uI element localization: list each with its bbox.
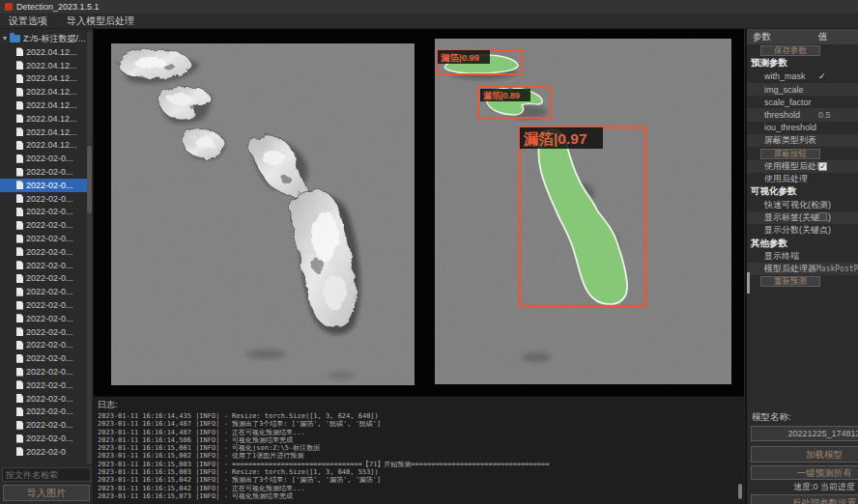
file-icon (16, 447, 23, 456)
param-row[interactable]: 显示终端 (747, 250, 858, 263)
param-row[interactable]: 屏蔽类型列表 (747, 134, 858, 147)
file-tree: ▾ Z:/5-标注数据/... 2022.04.12...2022.04.12.… (0, 32, 87, 464)
tree-item[interactable]: 2022-02-0... (0, 298, 87, 312)
load-model-button[interactable]: 加载模型 (751, 446, 858, 462)
file-icon (16, 341, 23, 350)
tree-item[interactable]: 2022-02-0... (0, 165, 87, 179)
tree-item-label: 2022-02-0... (26, 167, 73, 177)
tree-item[interactable]: 2022-02-0... (0, 192, 87, 206)
tree-item[interactable]: 2022.04.12... (0, 126, 87, 139)
param-row[interactable]: iou_threshold (747, 122, 858, 134)
param-label: scale_factor (747, 98, 818, 107)
tree-item[interactable]: 2022-02-0... (0, 365, 87, 378)
tree-item[interactable]: 2022-02-0... (0, 339, 87, 352)
tree-item-label: 2022-02-0... (26, 340, 73, 350)
param-row[interactable]: 模型后处理器MaskPostPro (747, 263, 858, 275)
tree-item[interactable]: 2022-02-0... (0, 152, 87, 165)
tree-item-label: 2022-02-0... (26, 314, 73, 323)
log-scrollbar-handle[interactable] (738, 484, 742, 499)
tree-item[interactable]: 2022-02-0... (0, 259, 87, 272)
tree-item-label: 2022.04.12... (26, 73, 77, 83)
param-row[interactable]: 使用后处理 (747, 173, 858, 185)
tree-item[interactable]: 2022-02-0... (0, 418, 87, 432)
param-label: 屏蔽类型列表 (747, 134, 818, 147)
original-image[interactable] (111, 43, 415, 385)
predict-all-button[interactable]: 一键预测所有 (751, 465, 858, 480)
chevron-down-icon[interactable]: ▾ (3, 35, 7, 42)
menu-item-import-postprocess[interactable]: 导入模型后处理 (67, 14, 134, 28)
tree-root-node[interactable]: ▾ Z:/5-标注数据/... (0, 32, 87, 45)
tree-item[interactable]: 2022.04.12... (0, 98, 87, 112)
tree-item-label: 2022-02-0... (26, 353, 73, 363)
model-name-field[interactable]: 20221225_174813 (751, 426, 858, 441)
original-image-canvas (111, 43, 415, 385)
tree-item[interactable]: 2022.04.12... (0, 139, 87, 153)
tree-item-label: 2022-02-0... (26, 154, 73, 163)
file-icon (16, 74, 23, 83)
param-label: with_mask (747, 71, 818, 81)
import-images-button[interactable]: 导入图片 (3, 485, 90, 501)
tree-item-label: 2022-02-0... (26, 367, 73, 377)
param-row[interactable]: with_mask✓ (747, 70, 858, 83)
tree-item[interactable]: 2022.04.12... (0, 59, 87, 72)
tree-item-label: 2022-02-0... (26, 434, 73, 443)
log-line: 2023-01-11 16:16:15,003 |INFO| - =======… (98, 461, 740, 468)
param-value: MaskPostPro (816, 265, 858, 273)
tree-item[interactable]: 2022-02-0... (0, 325, 87, 339)
log-line: 2023-01-11 16:16:14,487 |INFO| - 预测出了3个结… (98, 420, 740, 428)
param-row[interactable]: scale_factor (747, 96, 858, 108)
tree-item[interactable]: 2022-02-0... (0, 312, 87, 325)
param-checkbox[interactable] (818, 212, 827, 221)
param-label: threshold (747, 110, 818, 120)
param-row[interactable]: 快速可视化(检测) (747, 199, 858, 211)
tree-list: 2022.04.12...2022.04.12...2022.04.12...2… (0, 45, 87, 459)
param-row[interactable]: threshold0.5 (747, 108, 858, 121)
tree-item[interactable]: 2022.04.12... (0, 72, 87, 86)
param-button[interactable]: 重新预测 (760, 276, 820, 287)
param-row: 保存参数 (747, 44, 858, 57)
tree-scrollbar[interactable] (87, 32, 92, 464)
param-row: 屏蔽按钮 (747, 147, 858, 159)
tree-item[interactable]: 2022-02-0... (0, 206, 87, 219)
tree-item[interactable]: 2022.04.12... (0, 45, 87, 59)
tree-item[interactable]: 2022-02-0... (0, 285, 87, 298)
tree-item[interactable]: 2022-02-0... (0, 432, 87, 445)
param-label: 显示终端 (747, 250, 818, 263)
param-checkbox[interactable]: ✓ (818, 162, 827, 171)
postprocess-settings-button[interactable]: 后处理参数设置 (751, 494, 858, 504)
tree-scrollbar-handle[interactable] (87, 146, 92, 213)
param-label: 显示标签(关键点) (747, 211, 818, 224)
log-title: 日志: (98, 399, 740, 411)
tree-item[interactable]: 2022-02-0... (0, 351, 87, 365)
param-row[interactable]: 使用模型后处理✓ (747, 160, 858, 173)
file-icon (16, 221, 23, 230)
file-icon (16, 101, 23, 110)
tree-item[interactable]: 2022-02-0... (0, 406, 87, 419)
param-button[interactable]: 保存参数 (760, 45, 820, 56)
file-icon (16, 274, 23, 283)
tree-item[interactable]: 2022-02-0... (0, 245, 87, 259)
tree-item[interactable]: 2022-02-0... (0, 232, 87, 245)
param-row[interactable]: img_scale (747, 83, 858, 96)
search-input[interactable] (2, 467, 91, 482)
tree-item[interactable]: 2022-02-0... (0, 272, 87, 286)
params-panel: 参数 值 保存参数预测参数with_mask✓img_scalescale_fa… (745, 29, 858, 504)
tree-item[interactable]: 2022.04.12... (0, 85, 87, 98)
param-row[interactable]: 显示标签(关键点) (747, 211, 858, 224)
detection-label-2: 漏箔|0.89 (482, 91, 520, 100)
tree-item[interactable]: 2022-02-0... (0, 179, 87, 192)
tree-item[interactable]: 2022-02-0... (0, 218, 87, 232)
params-scrollbar-handle[interactable] (747, 272, 750, 294)
tree-item[interactable]: 2022.04.12... (0, 112, 87, 126)
log-lines[interactable]: 2023-01-11 16:16:14,435 |INFO| - Resize:… (98, 412, 740, 500)
file-icon (16, 194, 23, 203)
tree-item[interactable]: 2022-02-0... (0, 392, 87, 406)
tree-item[interactable]: 2022-02-0... (0, 378, 87, 392)
param-button[interactable]: 屏蔽按钮 (760, 149, 820, 159)
param-label: 快速可视化(检测) (747, 199, 818, 211)
menu-item-settings[interactable]: 设置选项 (9, 14, 47, 28)
tree-item-label: 2022.04.12... (26, 61, 77, 70)
prediction-image[interactable]: 漏箔|0.99 漏箔|0.89 漏箔|0.97 (435, 39, 731, 384)
param-row[interactable]: 显示分数(关键点) (747, 224, 858, 237)
tree-item[interactable]: 2022-02-0 (0, 445, 87, 459)
